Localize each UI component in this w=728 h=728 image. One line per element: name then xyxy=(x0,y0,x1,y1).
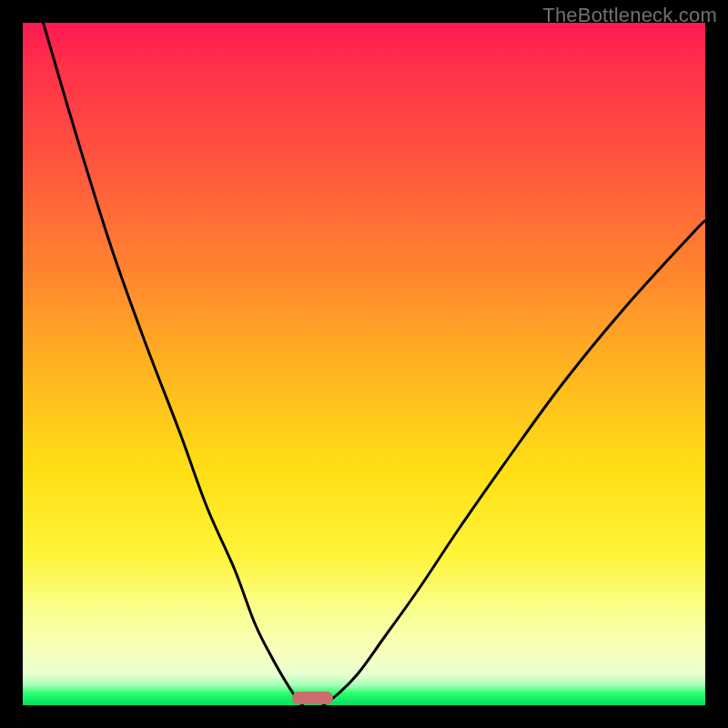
outer-frame: TheBottleneck.com xyxy=(0,0,728,728)
optimal-marker xyxy=(292,692,333,704)
curve-left-branch xyxy=(44,23,303,705)
curve-right-branch xyxy=(323,221,705,706)
bottleneck-curve xyxy=(23,23,705,705)
watermark-text: TheBottleneck.com xyxy=(542,4,717,27)
plot-area xyxy=(23,23,705,705)
